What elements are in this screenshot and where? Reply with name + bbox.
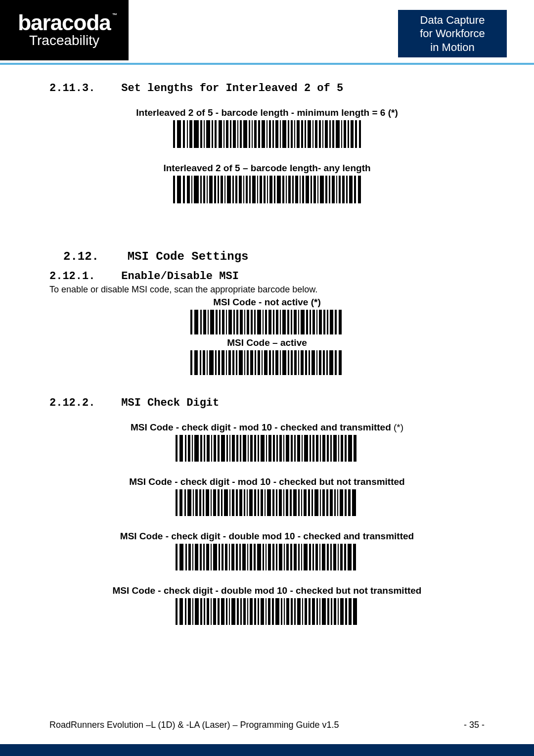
- svg-rect-92: [325, 176, 327, 203]
- svg-rect-284: [185, 544, 187, 570]
- svg-rect-184: [176, 435, 178, 462]
- svg-rect-41: [325, 120, 328, 148]
- svg-rect-105: [203, 310, 206, 334]
- svg-rect-13: [226, 120, 228, 148]
- svg-rect-147: [207, 350, 208, 375]
- svg-rect-221: [312, 435, 314, 462]
- svg-rect-208: [266, 435, 267, 462]
- svg-rect-83: [292, 176, 294, 203]
- svg-rect-32: [294, 120, 295, 148]
- svg-rect-60: [209, 176, 213, 203]
- svg-rect-124: [273, 310, 274, 334]
- svg-rect-350: [247, 598, 248, 625]
- svg-rect-94: [332, 176, 335, 203]
- svg-rect-87: [306, 176, 309, 203]
- barcode-label: MSI Code - not active (*): [49, 297, 485, 308]
- svg-rect-52: [177, 176, 181, 203]
- svg-rect-339: [207, 598, 209, 625]
- svg-rect-69: [243, 176, 244, 203]
- header-divider: [0, 63, 534, 65]
- svg-rect-357: [272, 598, 274, 625]
- svg-rect-351: [250, 598, 253, 625]
- svg-rect-84: [295, 176, 298, 203]
- svg-rect-121: [263, 310, 264, 334]
- barcode-item: MSI Code - check digit - mod 10 - checke…: [49, 422, 485, 464]
- svg-rect-47: [348, 120, 349, 148]
- svg-rect-295: [225, 544, 227, 570]
- svg-rect-191: [204, 435, 205, 462]
- svg-rect-320: [315, 544, 318, 570]
- svg-rect-318: [309, 544, 311, 570]
- svg-rect-210: [273, 435, 275, 462]
- svg-rect-196: [221, 435, 225, 462]
- section-title: Enable/Disable MSI: [121, 270, 239, 283]
- barcode-item: MSI Code - not active (*) MSI Code – act…: [49, 297, 485, 377]
- svg-rect-353: [258, 598, 259, 625]
- svg-rect-10: [215, 120, 217, 148]
- section-title: Set lengths for Interleaved 2 of 5: [121, 82, 343, 94]
- svg-rect-282: [176, 544, 178, 570]
- svg-rect-149: [215, 350, 217, 375]
- svg-rect-298: [236, 544, 238, 570]
- svg-rect-255: [258, 489, 259, 516]
- svg-rect-239: [199, 489, 201, 516]
- barcode-item: MSI Code - check digit - double mod 10 -…: [49, 585, 485, 627]
- svg-rect-228: [338, 435, 339, 462]
- svg-rect-176: [312, 350, 315, 375]
- svg-rect-336: [195, 598, 199, 625]
- svg-rect-168: [282, 350, 286, 375]
- svg-rect-222: [316, 435, 318, 462]
- barcode-item: Interleaved 2 of 5 - barcode length - mi…: [49, 107, 485, 150]
- barcode-icon: [176, 435, 358, 462]
- svg-rect-292: [213, 544, 217, 570]
- svg-rect-324: [330, 544, 332, 570]
- section-number: 2.12.2.: [49, 397, 95, 409]
- svg-rect-44: [336, 120, 340, 148]
- svg-rect-368: [312, 598, 315, 625]
- svg-rect-146: [203, 350, 205, 375]
- tagline-line: in Motion: [398, 41, 507, 54]
- svg-rect-63: [221, 176, 223, 203]
- svg-rect-22: [258, 120, 260, 148]
- svg-rect-26: [272, 120, 274, 148]
- svg-rect-16: [237, 120, 238, 148]
- svg-rect-247: [229, 489, 230, 516]
- svg-rect-354: [261, 598, 264, 625]
- svg-rect-18: [243, 120, 247, 148]
- svg-rect-179: [323, 350, 325, 375]
- section-title: MSI Code Settings: [128, 250, 249, 263]
- svg-rect-341: [213, 598, 216, 625]
- svg-rect-375: [338, 598, 339, 625]
- barcode-item: Interleaved 2 of 5 – barcode length- any…: [49, 163, 485, 205]
- svg-rect-111: [226, 310, 227, 334]
- svg-rect-246: [224, 489, 228, 516]
- svg-rect-218: [302, 435, 303, 462]
- svg-rect-198: [229, 435, 230, 462]
- tagline-line: Data Capture: [398, 13, 507, 27]
- svg-rect-230: [345, 435, 347, 462]
- svg-rect-229: [341, 435, 343, 462]
- svg-rect-101: [358, 176, 361, 203]
- section-heading-2-12-1: 2.12.1. Enable/Disable MSI: [49, 270, 485, 283]
- svg-rect-137: [319, 310, 322, 334]
- svg-rect-172: [298, 350, 299, 375]
- svg-rect-162: [262, 350, 263, 375]
- svg-rect-337: [200, 598, 202, 625]
- svg-rect-313: [290, 544, 292, 570]
- svg-rect-46: [344, 120, 346, 148]
- svg-rect-283: [179, 544, 183, 570]
- svg-rect-11: [219, 120, 222, 148]
- svg-rect-106: [208, 310, 209, 334]
- svg-rect-286: [192, 544, 193, 570]
- svg-rect-186: [185, 435, 186, 462]
- svg-rect-76: [267, 176, 268, 203]
- svg-rect-299: [239, 544, 241, 570]
- svg-rect-370: [319, 598, 320, 625]
- svg-rect-187: [188, 435, 190, 462]
- svg-rect-355: [266, 598, 267, 625]
- svg-rect-14: [230, 120, 231, 148]
- svg-rect-155: [236, 350, 237, 375]
- svg-rect-271: [314, 489, 318, 516]
- svg-rect-269: [308, 489, 310, 516]
- svg-rect-367: [309, 598, 311, 625]
